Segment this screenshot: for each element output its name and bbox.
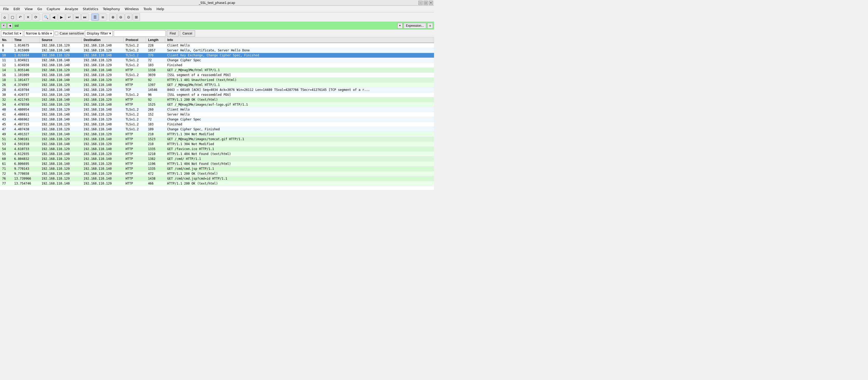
table-row[interactable]: 454.487315192.168.110.129192.168.110.140…	[0, 122, 434, 127]
pkt-detail-toolbar-btn[interactable]: ≡	[99, 13, 106, 21]
filter-clear-btn[interactable]: ✕	[1, 23, 6, 28]
menu-telephony[interactable]: Telephony	[101, 6, 122, 11]
table-row[interactable]: 606.804832192.168.110.129192.168.110.140…	[0, 157, 434, 161]
table-row[interactable]: 101.026804192.168.110.129192.168.110.140…	[0, 53, 434, 58]
filter-prev-btn[interactable]: ◀	[7, 23, 12, 28]
table-row[interactable]: 141.035146192.168.110.129192.168.110.140…	[0, 68, 434, 73]
cell-info: Client Key Exchange, Change Cipher Spec,…	[165, 53, 434, 58]
table-row[interactable]: 719.770143192.168.110.129192.168.110.140…	[0, 166, 434, 171]
expression-btn[interactable]: Expression...	[404, 23, 426, 29]
cell-len: 92	[146, 97, 165, 102]
case-sensitive-label[interactable]: Case sensitive	[55, 31, 84, 35]
col-destination[interactable]: Destination	[82, 37, 124, 43]
menu-wireless[interactable]: Wireless	[123, 6, 141, 11]
table-row[interactable]: 324.421745192.168.110.140192.168.110.129…	[0, 97, 434, 102]
cell-len: 1523	[146, 137, 165, 142]
table-row[interactable]: 344.478550192.168.110.129192.168.110.140…	[0, 102, 434, 107]
table-row[interactable]: 729.778658192.168.110.140192.168.110.129…	[0, 171, 434, 176]
table-row[interactable]: 534.591910192.168.110.140192.168.110.129…	[0, 142, 434, 147]
resize-cols-toolbar-btn[interactable]: ⊞	[133, 13, 140, 21]
cell-len: 1196	[146, 161, 165, 166]
menu-tools[interactable]: Tools	[141, 6, 154, 11]
table-row[interactable]: 474.487438192.168.110.129192.168.110.140…	[0, 127, 434, 132]
last-toolbar-btn[interactable]: ⏭	[81, 13, 89, 21]
cell-time: 4.487438	[12, 127, 39, 132]
pkt-list-toolbar-btn[interactable]: ☰	[91, 13, 99, 21]
table-row[interactable]: 404.480954192.168.110.129192.168.110.140…	[0, 107, 434, 112]
menu-edit[interactable]: Edit	[11, 6, 22, 11]
cell-dst: 192.168.110.140	[82, 68, 124, 73]
filter-input[interactable]	[13, 23, 396, 29]
table-row[interactable]: 161.101009192.168.110.140192.168.110.129…	[0, 73, 434, 77]
forward-toolbar-btn[interactable]: ▶	[58, 13, 65, 21]
cell-dst: 192.168.110.129	[82, 181, 124, 186]
table-row[interactable]: 514.590181192.168.110.129192.168.110.140…	[0, 137, 434, 142]
col-length[interactable]: Length	[146, 37, 165, 43]
table-row[interactable]: 434.486962192.168.110.140192.168.110.129…	[0, 117, 434, 122]
cell-src: 192.168.110.129	[39, 157, 82, 161]
case-sensitive-checkbox[interactable]	[55, 32, 58, 35]
cancel-btn[interactable]: Cancel	[180, 30, 195, 37]
cell-info: Finished	[165, 63, 434, 68]
cell-info: GET /_M@nag3Me/html HTTP/1.1	[165, 83, 434, 88]
table-row[interactable]: 181.101477192.168.110.140192.168.110.129…	[0, 77, 434, 83]
table-row[interactable]: 284.419784192.168.110.140192.168.110.129…	[0, 88, 434, 92]
menu-help[interactable]: Help	[154, 6, 166, 11]
add-filter-btn[interactable]: +	[427, 23, 433, 29]
packet-list-dropdown[interactable]: Packet list ▾	[1, 30, 23, 37]
table-row[interactable]: 554.612935192.168.110.140192.168.110.129…	[0, 152, 434, 157]
col-time[interactable]: Time	[12, 37, 39, 43]
cell-proto: TLSv1.2	[123, 48, 146, 53]
close-btn[interactable]: ✕	[429, 1, 433, 5]
table-row[interactable]: 304.420737192.168.110.129192.168.110.140…	[0, 92, 434, 97]
zoom-normal-toolbar-btn[interactable]: ⊙	[125, 13, 132, 21]
minimize-btn[interactable]: —	[418, 1, 423, 5]
table-row[interactable]: 111.034921192.168.110.140192.168.110.129…	[0, 58, 434, 63]
packet-table-container[interactable]: No. Time Source Destination Protocol Len…	[0, 37, 434, 190]
zoom-in-toolbar-btn[interactable]: ⊕	[110, 13, 117, 21]
maximize-btn[interactable]: □	[424, 1, 428, 5]
table-row[interactable]: 414.486811192.168.110.140192.168.110.129…	[0, 112, 434, 117]
zoom-out-toolbar-btn[interactable]: ⊖	[117, 13, 124, 21]
return-toolbar-btn[interactable]: ↵	[66, 13, 73, 21]
col-info[interactable]: Info	[165, 37, 434, 43]
table-row[interactable]: 81.015909192.168.110.140192.168.110.129T…	[0, 48, 434, 53]
col-no[interactable]: No.	[0, 37, 12, 43]
cell-no: 76	[0, 176, 12, 181]
cell-src: 192.168.110.129	[39, 43, 82, 48]
table-row[interactable]: 7613.739966192.168.110.129192.168.110.14…	[0, 176, 434, 181]
table-row[interactable]: 61.014675192.168.110.129192.168.110.140T…	[0, 43, 434, 48]
cell-info: HTTP/1.1 200 OK (text/html)	[165, 181, 434, 186]
cell-len: 3039	[146, 73, 165, 77]
table-row[interactable]: 121.034938192.168.110.140192.168.110.129…	[0, 63, 434, 68]
home-toolbar-btn[interactable]: ⌂	[1, 13, 8, 21]
menu-capture[interactable]: Capture	[45, 6, 62, 11]
cell-time: 9.778658	[12, 171, 39, 176]
display-filter-dropdown[interactable]: Display filter ▾	[85, 30, 113, 37]
menu-statistics[interactable]: Statistics	[81, 6, 100, 11]
table-row[interactable]: 264.374997192.168.110.129192.168.110.140…	[0, 83, 434, 88]
filter-dropdown-btn[interactable]: ▾	[397, 23, 403, 29]
col-source[interactable]: Source	[39, 37, 82, 43]
close-toolbar-btn[interactable]: ✕	[24, 13, 32, 21]
menu-file[interactable]: File	[1, 6, 11, 11]
menu-view[interactable]: View	[23, 6, 35, 11]
table-row[interactable]: 494.491327192.168.110.140192.168.110.129…	[0, 132, 434, 137]
col-protocol[interactable]: Protocol	[123, 37, 146, 43]
narrow-wide-dropdown[interactable]: Narrow & Wide ▾	[24, 30, 54, 37]
table-row[interactable]: 7713.754746192.168.110.140192.168.110.12…	[0, 181, 434, 186]
open-toolbar-btn[interactable]: ▢	[9, 13, 16, 21]
table-row[interactable]: 544.610733192.168.110.129192.168.110.140…	[0, 147, 434, 152]
first-toolbar-btn[interactable]: ⏮	[73, 13, 81, 21]
find-btn[interactable]: Find	[167, 30, 179, 37]
zoom-toolbar-btn[interactable]: 🔍	[42, 13, 50, 21]
cell-no: 6	[0, 43, 12, 48]
menu-analyze[interactable]: Analyze	[63, 6, 80, 11]
find-input[interactable]	[114, 30, 166, 37]
cell-dst: 192.168.110.129	[82, 88, 124, 92]
table-row[interactable]: 616.806695192.168.110.140192.168.110.129…	[0, 161, 434, 166]
menu-go[interactable]: Go	[35, 6, 44, 11]
reload-toolbar-btn[interactable]: ⟳	[32, 13, 39, 21]
back-toolbar-btn[interactable]: ◀	[50, 13, 57, 21]
save-toolbar-btn[interactable]: ↶	[17, 13, 24, 21]
